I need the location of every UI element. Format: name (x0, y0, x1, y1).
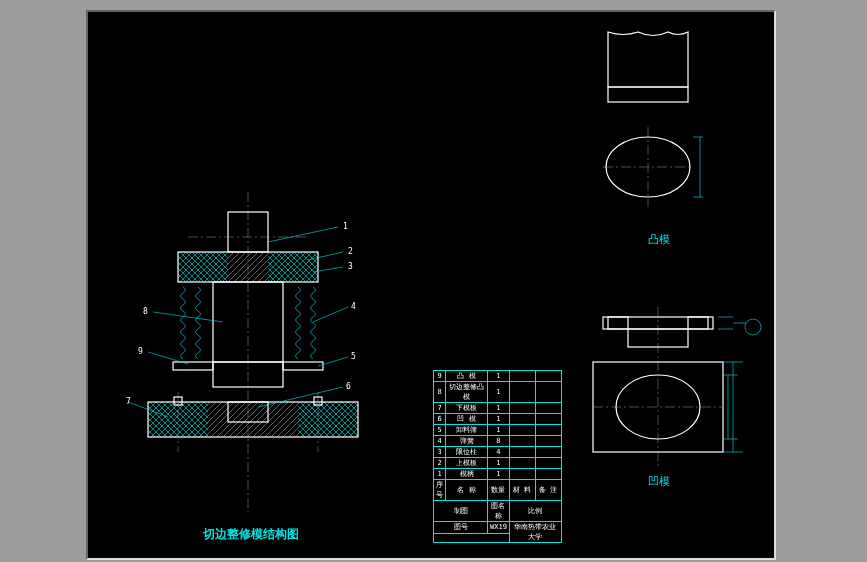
parts-cell-mat (509, 425, 535, 436)
parts-cell-qty: 1 (488, 382, 510, 403)
parts-cell-name: 模柄 (446, 469, 488, 480)
leader-1: 1 (343, 222, 348, 231)
leader-3: 3 (348, 262, 353, 271)
parts-cell-qty: 1 (488, 469, 510, 480)
svg-rect-5 (268, 252, 318, 282)
parts-list-table: 9凸 模18切边整修凸模17下模板16凹 模15卸料筛14弹簧83限位柱42上模… (433, 370, 562, 543)
parts-cell-num: 8 (434, 382, 446, 403)
svg-rect-13 (298, 402, 358, 437)
parts-cell-num: 4 (434, 436, 446, 447)
main-assembly-view (108, 192, 388, 512)
tb-scale: 比例 (509, 501, 561, 522)
parts-cell-mat (509, 403, 535, 414)
leader-5: 5 (351, 352, 356, 361)
tb-no-val: WX19 (488, 522, 510, 534)
parts-cell-note (535, 469, 561, 480)
tb-proj: 图名称 (488, 501, 510, 522)
svg-point-43 (745, 319, 761, 335)
parts-cell-qty: 1 (488, 458, 510, 469)
tb-school: 华南热带农业大学 (509, 522, 561, 543)
svg-rect-39 (688, 317, 708, 329)
leader-6: 6 (346, 382, 351, 391)
parts-cell-num: 5 (434, 425, 446, 436)
parts-cell-qty: 4 (488, 447, 510, 458)
parts-cell-num: 1 (434, 469, 446, 480)
parts-cell-name: 凸 模 (446, 371, 488, 382)
parts-cell-num: 9 (434, 371, 446, 382)
parts-cell-mat (509, 458, 535, 469)
parts-cell-note (535, 414, 561, 425)
main-title: 切边整修模结构图 (203, 526, 299, 543)
svg-rect-38 (608, 317, 628, 329)
parts-cell-note (535, 436, 561, 447)
parts-cell-num: 6 (434, 414, 446, 425)
leader-4: 4 (351, 302, 356, 311)
svg-line-20 (268, 227, 338, 242)
convex-label: 凸模 (648, 232, 670, 247)
svg-rect-8 (173, 362, 213, 370)
parts-cell-mat (509, 382, 535, 403)
parts-cell-qty: 1 (488, 414, 510, 425)
tb-check (434, 533, 510, 542)
parts-cell-note (535, 447, 561, 458)
parts-cell-name: 凹 模 (446, 414, 488, 425)
svg-rect-9 (283, 362, 323, 370)
hdr-num: 序号 (434, 480, 446, 501)
hdr-qty: 数量 (488, 480, 510, 501)
tb-drawn: 制图 (434, 501, 488, 522)
parts-cell-qty: 8 (488, 436, 510, 447)
leader-9: 9 (138, 347, 143, 356)
tb-no: 图号 (434, 522, 488, 534)
parts-cell-note (535, 371, 561, 382)
parts-cell-note (535, 382, 561, 403)
parts-cell-num: 3 (434, 447, 446, 458)
svg-line-23 (313, 307, 348, 322)
parts-cell-qty: 1 (488, 425, 510, 436)
svg-rect-29 (608, 87, 688, 102)
leader-8: 8 (143, 307, 148, 316)
concave-label: 凹模 (648, 474, 670, 489)
leader-7: 7 (126, 397, 131, 406)
parts-cell-note (535, 458, 561, 469)
parts-cell-note (535, 425, 561, 436)
parts-cell-qty: 1 (488, 371, 510, 382)
parts-cell-num: 2 (434, 458, 446, 469)
parts-cell-name: 上模板 (446, 458, 488, 469)
parts-cell-name: 弹簧 (446, 436, 488, 447)
parts-cell-num: 7 (434, 403, 446, 414)
hdr-note: 备 注 (535, 480, 561, 501)
parts-cell-qty: 1 (488, 403, 510, 414)
parts-cell-name: 卸料筛 (446, 425, 488, 436)
hdr-mat: 材 料 (509, 480, 535, 501)
parts-cell-note (535, 403, 561, 414)
parts-cell-mat (509, 469, 535, 480)
leader-2: 2 (348, 247, 353, 256)
parts-cell-mat (509, 371, 535, 382)
parts-cell-mat (509, 447, 535, 458)
parts-cell-mat (509, 414, 535, 425)
parts-cell-name: 限位柱 (446, 447, 488, 458)
convex-die-detail (578, 27, 748, 227)
svg-rect-4 (178, 252, 228, 282)
hdr-name: 名 称 (446, 480, 488, 501)
parts-cell-mat (509, 436, 535, 447)
parts-cell-name: 下模板 (446, 403, 488, 414)
cad-canvas: 1 2 3 4 5 6 7 8 9 (86, 10, 776, 560)
parts-cell-name: 切边整修凸模 (446, 382, 488, 403)
concave-die-detail (563, 307, 773, 467)
